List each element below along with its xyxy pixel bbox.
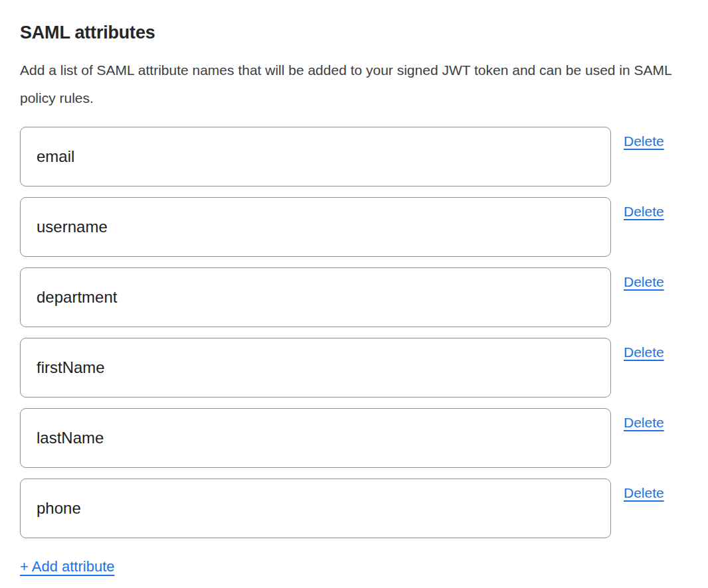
delete-link[interactable]: Delete <box>624 485 664 501</box>
delete-link[interactable]: Delete <box>624 415 664 431</box>
attribute-input[interactable] <box>20 338 611 398</box>
attribute-row: Delete <box>20 197 688 257</box>
delete-link[interactable]: Delete <box>624 274 664 290</box>
attribute-input[interactable] <box>20 197 611 257</box>
attribute-input[interactable] <box>20 267 611 327</box>
attribute-input[interactable] <box>20 478 611 538</box>
attribute-row: Delete <box>20 338 688 398</box>
delete-link[interactable]: Delete <box>624 133 664 149</box>
add-attribute-link[interactable]: + Add attribute <box>20 558 115 575</box>
attribute-row: Delete <box>20 127 688 186</box>
attribute-input[interactable] <box>20 408 611 468</box>
page-title: SAML attributes <box>20 23 688 43</box>
attribute-row: Delete <box>20 478 688 538</box>
section-description: Add a list of SAML attribute names that … <box>20 56 688 112</box>
attribute-list: Delete Delete Delete Delete Delete Delet… <box>20 127 688 538</box>
saml-attributes-section: SAML attributes Add a list of SAML attri… <box>0 0 708 588</box>
attribute-input[interactable] <box>20 127 611 186</box>
delete-link[interactable]: Delete <box>624 204 664 220</box>
attribute-row: Delete <box>20 408 688 468</box>
attribute-row: Delete <box>20 267 688 327</box>
delete-link[interactable]: Delete <box>624 344 664 360</box>
